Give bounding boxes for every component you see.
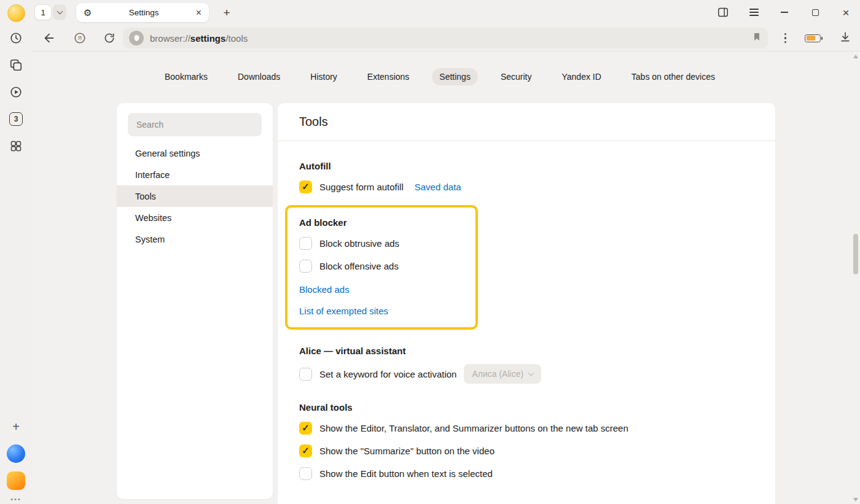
side-panel-icon[interactable] [717, 7, 729, 18]
blocked-ads-link[interactable]: Blocked ads [299, 284, 350, 295]
scroll-up-icon[interactable] [853, 55, 858, 58]
tab-group-control: 1 [34, 4, 66, 20]
scroll-down-icon[interactable] [853, 498, 858, 502]
chevron-down-icon [528, 370, 534, 376]
downloads-icon[interactable] [839, 31, 851, 45]
sidebar-item-websites[interactable]: Websites [117, 207, 273, 228]
app-icon-orange[interactable] [5, 470, 27, 492]
history-icon[interactable] [5, 27, 27, 49]
site-shield-icon[interactable] [129, 31, 144, 45]
neural-summarize-checkbox[interactable] [299, 444, 312, 457]
profile-avatar[interactable] [7, 4, 25, 22]
nav-yandex-id[interactable]: Yandex ID [554, 68, 608, 85]
minimize-button[interactable] [779, 7, 790, 18]
block-offensive-checkbox[interactable] [299, 260, 312, 273]
nav-tabs-other-devices[interactable]: Tabs on other devices [624, 68, 722, 85]
neural-edit-label: Show the Edit button when text is select… [319, 468, 493, 479]
tools-content-card: Tools Autofill Suggest form autofill Sav… [278, 103, 775, 504]
add-panel-icon[interactable]: + [5, 416, 27, 438]
url-prefix: browser:// [150, 33, 190, 44]
neural-edit-checkbox[interactable] [299, 467, 312, 480]
search-input[interactable] [128, 113, 262, 136]
video-play-icon[interactable] [5, 81, 27, 103]
neural-editor-checkbox[interactable] [299, 422, 312, 435]
suggest-autofill-checkbox[interactable] [299, 180, 312, 193]
alice-keyword-select-value: Алиса (Alice) [472, 369, 523, 379]
url-suffix: /tools [225, 33, 248, 44]
back-button[interactable] [39, 25, 59, 52]
saved-data-link[interactable]: Saved data [415, 182, 461, 192]
neural-editor-label: Show the Editor, Translator, and Summari… [319, 423, 628, 433]
nav-history[interactable]: History [303, 68, 345, 85]
scrollbar-thumb[interactable] [853, 234, 858, 274]
sidebar-item-general[interactable]: General settings [117, 142, 273, 164]
svg-text:Я: Я [78, 36, 82, 41]
neural-summarize-label: Show the "Summarize" button on the video [319, 446, 495, 456]
apps-grid-icon[interactable] [5, 135, 27, 157]
autofill-heading: Autofill [299, 161, 754, 171]
alice-heading: Alice — virtual assistant [299, 346, 754, 356]
page-scrollbar[interactable] [852, 55, 859, 502]
gear-icon: ⚙ [84, 8, 92, 17]
alice-keyword-select[interactable]: Алиса (Alice) [464, 364, 541, 384]
tab-title: Settings [96, 8, 190, 17]
alice-keyword-checkbox[interactable] [299, 368, 312, 381]
sidebar-item-interface[interactable]: Interface [117, 164, 273, 185]
ad-blocker-heading: Ad blocker [299, 217, 463, 228]
tab-counter-icon[interactable]: 3 [5, 108, 27, 130]
close-button[interactable]: × [840, 7, 851, 18]
neural-edit-row: Show the Edit button when text is select… [299, 466, 754, 481]
nav-settings[interactable]: Settings [432, 68, 478, 85]
autofill-row: Suggest form autofill Saved data [299, 179, 754, 194]
app-icon-blue[interactable] [5, 443, 27, 465]
nav-bookmarks[interactable]: Bookmarks [157, 68, 215, 85]
nav-downloads[interactable]: Downloads [230, 68, 287, 85]
tab-group-count[interactable]: 1 [34, 4, 52, 20]
block-obtrusive-label: Block obtrusive ads [319, 238, 399, 249]
bookmark-icon[interactable] [752, 32, 762, 44]
exempted-sites-link[interactable]: List of exempted sites [299, 306, 388, 316]
block-offensive-label: Block offensive ads [319, 261, 399, 271]
page-title: Tools [278, 103, 775, 141]
suggest-autofill-label: Suggest form autofill [319, 182, 404, 192]
block-obtrusive-checkbox[interactable] [299, 237, 312, 250]
yandex-id-icon[interactable]: Я [70, 25, 90, 52]
maximize-button[interactable] [810, 7, 821, 18]
nav-security[interactable]: Security [493, 68, 539, 85]
alice-keyword-label: Set a keyword for voice activation [319, 369, 456, 379]
reload-icon[interactable] [100, 25, 119, 52]
neural-summarize-row: Show the "Summarize" button on the video [299, 443, 754, 458]
tab-close-icon[interactable]: × [196, 8, 201, 18]
browser-side-rail: 3 + ••• [0, 0, 32, 504]
chevron-down-icon [57, 8, 63, 14]
block-offensive-row: Block offensive ads [299, 258, 463, 273]
nav-extensions[interactable]: Extensions [360, 68, 416, 85]
active-tab[interactable]: ⚙ Settings × [76, 3, 209, 22]
neural-editor-row: Show the Editor, Translator, and Summari… [299, 421, 754, 435]
more-apps-icon[interactable]: ••• [10, 495, 22, 503]
settings-section-list: General settings Interface Tools Website… [117, 142, 273, 250]
tab-counter-value: 3 [9, 112, 23, 126]
alice-keyword-row: Set a keyword for voice activation Алиса… [299, 364, 754, 384]
settings-page: Bookmarks Downloads History Extensions S… [32, 52, 860, 504]
url-highlight: settings [190, 33, 226, 44]
settings-sidebar-card: General settings Interface Tools Website… [117, 103, 273, 499]
feed-icon[interactable] [5, 54, 27, 76]
block-obtrusive-row: Block obtrusive ads [299, 236, 463, 250]
settings-top-nav: Bookmarks Downloads History Extensions S… [32, 68, 848, 85]
toolbar: Я browser://settings/tools [32, 25, 860, 52]
tab-group-dropdown[interactable] [53, 4, 66, 20]
menu-icon[interactable] [748, 7, 759, 18]
titlebar: 1 ⚙ Settings × + × [32, 0, 860, 25]
url-text: browser://settings/tools [150, 33, 746, 44]
new-tab-button[interactable]: + [219, 5, 235, 21]
battery-icon[interactable] [805, 34, 821, 42]
more-options-icon[interactable] [784, 33, 787, 44]
sidebar-item-tools[interactable]: Tools [117, 185, 273, 207]
neural-tools-heading: Neural tools [299, 402, 754, 413]
sidebar-item-system[interactable]: System [117, 228, 273, 250]
address-bar[interactable]: browser://settings/tools [123, 28, 768, 48]
ad-blocker-highlight-box: Ad blocker Block obtrusive ads Block off… [285, 205, 478, 330]
